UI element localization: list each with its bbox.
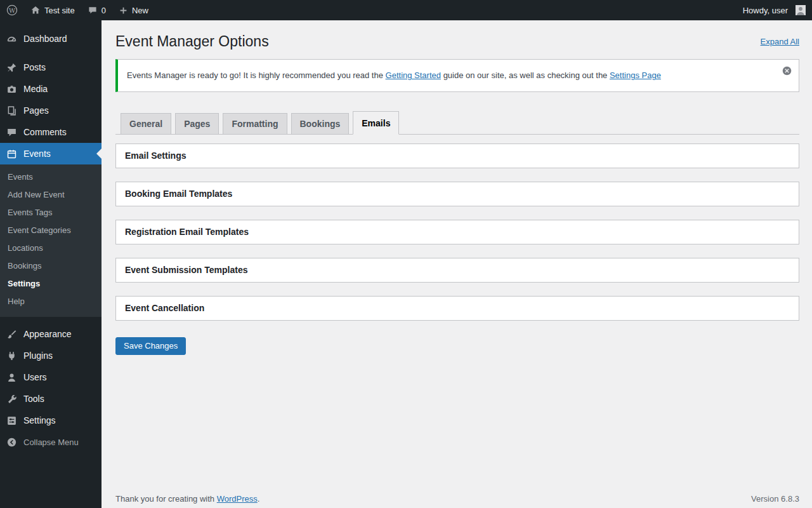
submenu-item-locations[interactable]: Locations xyxy=(0,239,102,257)
sidebar-item-label: Events xyxy=(23,149,51,159)
sidebar-item-tools[interactable]: Tools xyxy=(0,388,102,410)
site-name-link[interactable]: Test site xyxy=(24,0,81,20)
user-icon xyxy=(5,371,18,384)
footer-thanks: Thank you for creating with WordPress. xyxy=(115,494,259,504)
sidebar-item-label: Posts xyxy=(23,62,46,72)
brush-icon xyxy=(5,328,18,340)
submenu-item-events[interactable]: Events xyxy=(0,168,102,186)
page-title: Event Manager Options xyxy=(115,27,269,54)
sidebar-item-label: Comments xyxy=(23,127,67,137)
collapse-arrow-icon xyxy=(5,436,18,448)
events-submenu: Events Add New Event Events Tags Event C… xyxy=(0,164,102,317)
calendar-icon xyxy=(5,147,18,160)
section-header-event-submission-templates[interactable]: Event Submission Templates xyxy=(116,258,799,282)
settings-sections: Email Settings Booking Email Templates R… xyxy=(115,144,799,321)
sidebar-item-label: Settings xyxy=(23,415,56,425)
footer-version: Version 6.8.3 xyxy=(751,494,799,504)
avatar xyxy=(796,5,806,15)
sidebar-item-label: Users xyxy=(23,372,47,382)
menu-separator xyxy=(0,20,102,28)
dismiss-icon xyxy=(782,69,792,78)
sidebar-item-plugins[interactable]: Plugins xyxy=(0,345,102,366)
settings-icon xyxy=(5,414,18,427)
plus-icon xyxy=(119,6,128,15)
sidebar-item-posts[interactable]: Posts xyxy=(0,57,102,78)
section-registration-email-templates: Registration Email Templates xyxy=(115,220,799,244)
submenu-item-help[interactable]: Help xyxy=(0,293,102,311)
sidebar-item-label: Pages xyxy=(23,105,49,116)
pages-icon xyxy=(5,104,18,117)
section-header-registration-email-templates[interactable]: Registration Email Templates xyxy=(116,220,799,244)
comments-icon xyxy=(5,126,18,138)
wordpress-link[interactable]: WordPress xyxy=(217,494,258,504)
expand-all-link[interactable]: Expand All xyxy=(761,37,799,46)
main-content: Event Manager Options Expand All Events … xyxy=(102,20,812,508)
site-name-label: Test site xyxy=(44,6,75,15)
settings-page-link[interactable]: Settings Page xyxy=(610,70,661,80)
footer-thanks-suffix: . xyxy=(258,494,260,504)
sidebar-item-settings[interactable]: Settings xyxy=(0,410,102,431)
new-label: New xyxy=(132,6,148,15)
submenu-item-events-tags[interactable]: Events Tags xyxy=(0,204,102,222)
sidebar-item-label: Tools xyxy=(23,394,44,404)
submenu-item-settings[interactable]: Settings xyxy=(0,275,102,293)
admin-bar: W Test site 0 New Howdy, user xyxy=(0,0,812,20)
sidebar-item-users[interactable]: Users xyxy=(0,366,102,388)
plug-icon xyxy=(5,349,18,362)
footer-thanks-prefix: Thank you for creating with xyxy=(115,494,217,504)
sidebar-item-comments[interactable]: Comments xyxy=(0,121,102,143)
new-content-link[interactable]: New xyxy=(112,0,155,20)
comments-count: 0 xyxy=(102,6,106,15)
dismiss-notice-button[interactable] xyxy=(782,65,792,76)
section-header-event-cancellation[interactable]: Event Cancellation xyxy=(116,297,799,320)
sidebar-item-events[interactable]: Events xyxy=(0,143,102,164)
submenu-item-event-categories[interactable]: Event Categories xyxy=(0,222,102,239)
sidebar-item-appearance[interactable]: Appearance xyxy=(0,323,102,345)
comments-link[interactable]: 0 xyxy=(81,0,112,20)
admin-bar-right: Howdy, user xyxy=(737,0,812,20)
wordpress-logo-icon: W xyxy=(6,4,18,16)
admin-bar-left: W Test site 0 New xyxy=(0,0,155,20)
sidebar-item-pages[interactable]: Pages xyxy=(0,100,102,121)
submenu-item-bookings[interactable]: Bookings xyxy=(0,257,102,275)
section-header-email-settings[interactable]: Email Settings xyxy=(116,144,799,168)
wordpress-logo-button[interactable]: W xyxy=(0,0,24,20)
collapse-menu-button[interactable]: Collapse Menu xyxy=(0,431,102,453)
tab-formatting[interactable]: Formatting xyxy=(223,113,287,134)
wrench-icon xyxy=(5,392,18,405)
sidebar-item-media[interactable]: Media xyxy=(0,78,102,100)
notice-text: Events Manager is ready to go! It is hig… xyxy=(127,70,661,80)
admin-footer: Thank you for creating with WordPress. V… xyxy=(102,494,812,504)
section-email-settings: Email Settings xyxy=(115,144,799,168)
camera-icon xyxy=(5,83,18,95)
howdy-label: Howdy, user xyxy=(743,6,788,15)
sidebar-item-dashboard[interactable]: Dashboard xyxy=(0,28,102,50)
tab-general[interactable]: General xyxy=(121,113,171,134)
section-event-submission-templates: Event Submission Templates xyxy=(115,258,799,283)
save-changes-button[interactable]: Save Changes xyxy=(115,337,186,355)
notice-text-middle: guide on our site, as well as checking o… xyxy=(441,70,610,80)
getting-started-link[interactable]: Getting Started xyxy=(386,70,441,80)
menu-separator xyxy=(0,50,102,57)
home-icon xyxy=(30,5,41,15)
sidebar-item-label: Plugins xyxy=(23,351,53,361)
menu-separator xyxy=(0,317,102,323)
tab-pages[interactable]: Pages xyxy=(175,113,219,134)
comment-bubble-icon xyxy=(88,5,98,15)
sidebar-item-label: Media xyxy=(23,84,48,94)
my-account-link[interactable]: Howdy, user xyxy=(737,0,812,20)
sidebar-item-label: Appearance xyxy=(23,329,72,339)
tab-bookings[interactable]: Bookings xyxy=(291,113,350,134)
section-booking-email-templates: Booking Email Templates xyxy=(115,182,799,206)
submenu-item-add-new-event[interactable]: Add New Event xyxy=(0,186,102,204)
tab-emails[interactable]: Emails xyxy=(353,111,399,135)
collapse-menu-label: Collapse Menu xyxy=(23,438,79,447)
ready-notice: Events Manager is ready to go! It is hig… xyxy=(115,59,799,92)
section-header-booking-email-templates[interactable]: Booking Email Templates xyxy=(116,182,799,206)
dashboard-icon xyxy=(5,32,18,45)
title-row: Event Manager Options Expand All xyxy=(115,27,799,54)
sidebar-item-label: Dashboard xyxy=(23,34,67,44)
section-event-cancellation: Event Cancellation xyxy=(115,296,799,321)
notice-text-before: Events Manager is ready to go! It is hig… xyxy=(127,70,386,80)
svg-text:W: W xyxy=(9,7,16,14)
